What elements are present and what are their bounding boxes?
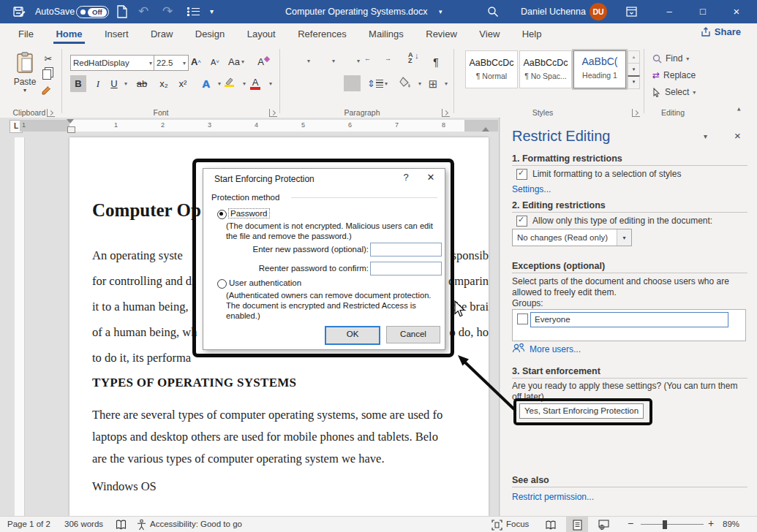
zoom-slider-track[interactable] — [641, 524, 704, 525]
allow-editing-checkbox[interactable] — [516, 216, 527, 227]
new-document-icon[interactable] — [117, 5, 127, 18]
grow-font-button[interactable]: A˄ — [189, 53, 203, 70]
tab-mailings[interactable]: Mailings — [359, 23, 413, 44]
superscript-button[interactable]: x² — [176, 75, 190, 92]
pane-menu-chevron-icon[interactable]: ▾ — [704, 132, 707, 140]
clipboard-dialog-launcher-icon[interactable] — [47, 109, 55, 117]
tab-insert[interactable]: Insert — [95, 23, 138, 44]
paragraph-dialog-launcher-icon[interactable] — [442, 109, 450, 117]
pane-close-icon[interactable]: × — [734, 129, 741, 142]
print-layout-button[interactable] — [566, 517, 588, 532]
shading-chevron-icon[interactable]: ▾ — [413, 75, 427, 92]
copy-icon[interactable] — [42, 69, 51, 80]
replace-button[interactable]: ⇄ Replace — [652, 70, 696, 80]
close-button[interactable]: × — [724, 0, 749, 23]
style-normal[interactable]: AaBbCcDc ¶ Normal — [465, 50, 518, 88]
minimize-button[interactable]: – — [657, 0, 682, 23]
borders-chevron-icon[interactable]: ▾ — [439, 75, 453, 92]
restrict-permission-link[interactable]: Restrict permission... — [512, 492, 594, 502]
everyone-checkbox[interactable] — [517, 314, 528, 324]
user-authentication-label[interactable]: User authentication — [229, 278, 301, 287]
reenter-password-input[interactable] — [370, 262, 442, 276]
styles-scroll-up-icon[interactable]: ▴ — [628, 50, 640, 64]
tab-draw[interactable]: Draw — [141, 23, 182, 44]
hanging-indent-marker[interactable] — [67, 126, 75, 133]
maximize-button[interactable]: □ — [690, 0, 715, 23]
dialog-close-button[interactable]: ✕ — [420, 169, 442, 186]
tab-view[interactable]: View — [470, 23, 509, 44]
font-size-combo[interactable]: 22.5▾ — [154, 55, 189, 71]
start-enforcing-button[interactable]: Yes, Start Enforcing Protection — [519, 403, 644, 419]
bold-button[interactable]: B — [70, 75, 86, 92]
title-chevron-icon[interactable]: ▾ — [439, 0, 442, 23]
word-count[interactable]: 306 words — [64, 520, 103, 528]
right-indent-marker[interactable] — [482, 123, 489, 132]
paste-button[interactable]: Paste ▾ — [9, 50, 41, 99]
groups-listbox[interactable]: Everyone — [512, 309, 746, 341]
avatar[interactable]: DU — [590, 3, 607, 20]
save-icon[interactable] — [13, 0, 26, 23]
read-mode-button[interactable] — [540, 517, 562, 532]
undo-icon[interactable]: ↶ — [138, 0, 148, 23]
style-no-spacing[interactable]: AaBbCcDc ¶ No Spac... — [519, 50, 572, 88]
focus-label[interactable]: Focus — [506, 520, 529, 528]
accessibility-icon[interactable] — [136, 519, 147, 531]
styles-gallery-more-icon[interactable]: ▾ — [628, 75, 640, 89]
zoom-in-button[interactable]: + — [708, 517, 714, 529]
styles-dialog-launcher-icon[interactable] — [632, 109, 640, 117]
show-marks-button[interactable]: ¶ — [429, 53, 443, 70]
password-radio[interactable] — [217, 210, 227, 219]
sort-button[interactable]: AZ↓ — [408, 52, 413, 64]
zoom-slider-thumb[interactable] — [663, 520, 667, 529]
style-heading1[interactable]: AaBbC( Heading 1 — [573, 50, 626, 88]
share-button[interactable]: Share — [701, 26, 741, 37]
accessibility-status[interactable]: Accessibility: Good to go — [150, 520, 242, 528]
text-effects-button[interactable]: A — [199, 75, 214, 92]
cancel-button[interactable]: Cancel — [386, 326, 440, 343]
tab-help[interactable]: Help — [513, 23, 551, 44]
more-users-link[interactable]: More users... — [530, 344, 581, 354]
bullets-chevron-icon[interactable]: ▾ — [301, 53, 316, 69]
limit-formatting-row[interactable]: Limit formatting to a selection of style… — [516, 169, 743, 180]
allow-editing-row[interactable]: Allow only this type of editing in the d… — [516, 216, 747, 227]
highlight-chevron-icon[interactable]: ▾ — [237, 75, 252, 92]
tab-layout[interactable]: Layout — [238, 23, 285, 44]
tab-references[interactable]: References — [288, 23, 355, 44]
styles-scroll-down-icon[interactable]: ▾ — [628, 63, 640, 76]
shrink-font-button[interactable]: A˅ — [208, 53, 222, 70]
clear-formatting-button[interactable]: A — [256, 53, 271, 70]
user-name[interactable]: Daniel Uchenna — [521, 7, 586, 17]
line-spacing-button[interactable]: ⇕▾ — [367, 75, 388, 92]
highlight-color-button[interactable] — [224, 77, 235, 87]
more-users-icon[interactable] — [512, 343, 525, 354]
change-case-button[interactable]: Aa▾ — [228, 53, 244, 70]
font-color-chevron-icon[interactable]: ▾ — [263, 75, 278, 92]
dialog-help-button[interactable]: ? — [395, 169, 417, 186]
underline-chevron-icon[interactable]: ▾ — [118, 75, 133, 92]
justify-button[interactable] — [344, 75, 361, 91]
ok-button[interactable]: OK — [325, 326, 380, 345]
enter-password-input[interactable] — [370, 243, 442, 256]
numbering-chevron-icon[interactable]: ▾ — [326, 53, 341, 69]
tab-review[interactable]: Review — [416, 23, 467, 44]
dropdown-chevron-icon[interactable]: ▾ — [617, 229, 631, 246]
select-button[interactable]: Select ▾ — [652, 87, 696, 97]
find-button[interactable]: Find ▾ — [652, 53, 689, 64]
cut-icon[interactable]: ✂ — [41, 50, 56, 67]
focus-icon[interactable] — [492, 520, 502, 531]
editing-type-dropdown[interactable]: No changes (Read only) ▾ — [512, 229, 632, 246]
limit-formatting-checkbox[interactable] — [516, 169, 527, 180]
redo-icon[interactable]: ↷ — [162, 0, 173, 23]
font-dialog-launcher-icon[interactable] — [269, 109, 277, 117]
page-indicator[interactable]: Page 1 of 2 — [7, 520, 50, 528]
tab-home[interactable]: Home — [46, 23, 91, 44]
italic-button[interactable]: I — [91, 75, 105, 92]
search-icon[interactable] — [487, 6, 499, 18]
bullet-list-icon[interactable] — [187, 7, 200, 16]
password-radio-label[interactable]: Password — [229, 209, 269, 218]
format-painter-icon[interactable] — [41, 85, 53, 96]
zoom-out-button[interactable]: − — [628, 517, 633, 529]
everyone-item[interactable]: Everyone — [530, 312, 728, 327]
tab-file[interactable]: File — [9, 23, 43, 44]
font-name-combo[interactable]: RedHatDisplay▾ — [70, 55, 155, 71]
